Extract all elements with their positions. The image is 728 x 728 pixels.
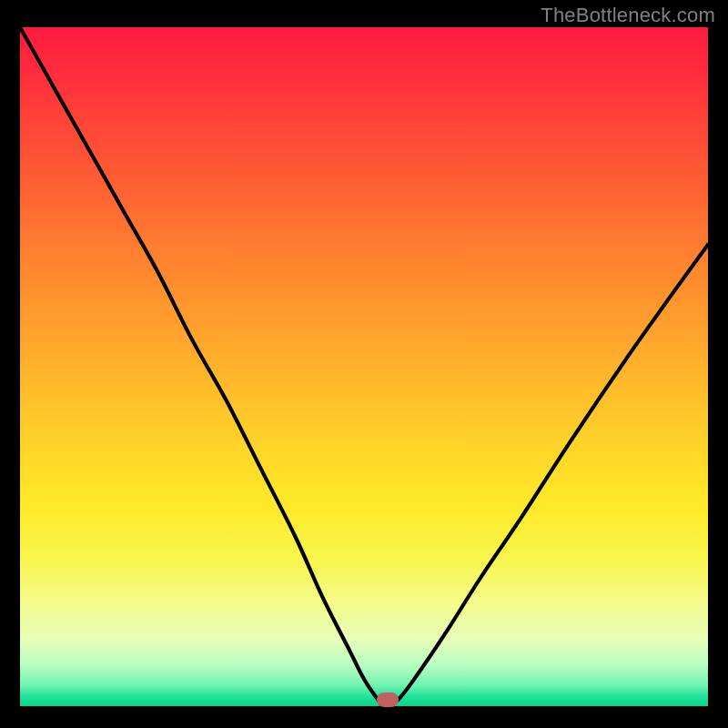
curve-svg (20, 27, 708, 706)
chart-frame: TheBottleneck.com (0, 0, 728, 728)
minimum-marker (377, 693, 399, 707)
watermark-text: TheBottleneck.com (541, 4, 715, 27)
curve-path (20, 27, 708, 706)
plot-area (20, 27, 708, 706)
